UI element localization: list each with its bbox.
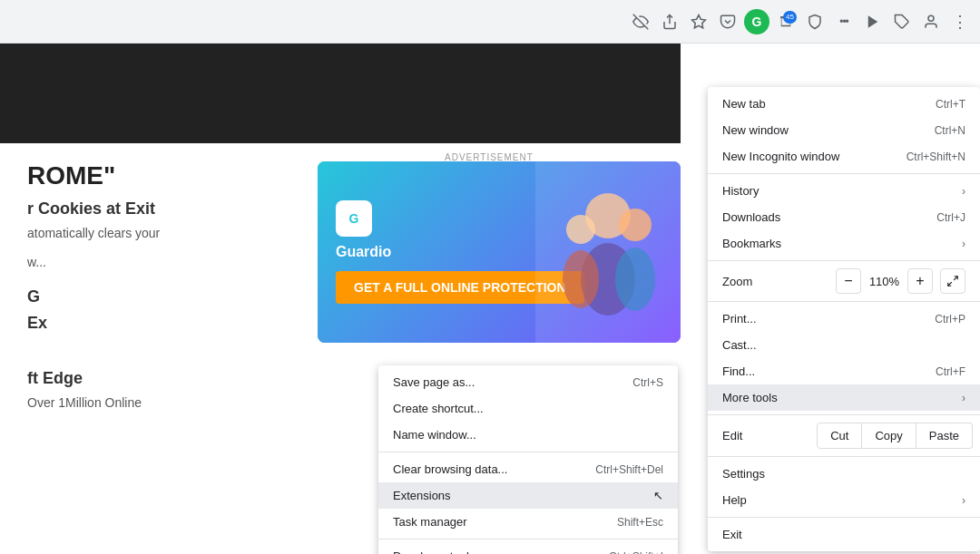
zoom-plus-button[interactable]: + [907,268,933,294]
ad-right-content [535,161,681,343]
menu-new-incognito-shortcut: Ctrl+Shift+N [906,151,965,163]
svg-point-10 [566,215,595,244]
submenu-task-manager-shortcut: Shift+Esc [617,516,663,529]
menu-item-downloads[interactable]: Downloads Ctrl+J [708,204,980,230]
svg-point-11 [563,250,599,308]
submenu-extensions-label: Extensions [393,489,650,502]
menu-new-window-shortcut: Ctrl+N [935,124,965,137]
more-tools-arrow-icon: › [962,392,965,404]
submenu-item-create-shortcut[interactable]: Create shortcut... [378,395,678,422]
menu-item-settings[interactable]: Settings [708,461,980,487]
submenu-item-developer-tools[interactable]: Developer tools Ctrl+Shift+I [378,543,678,554]
menu-divider-2 [708,260,980,261]
menu-help-label: Help [722,493,955,507]
copy-button[interactable]: Copy [862,423,916,449]
svg-point-8 [619,209,652,241]
chrome-main-menu: New tab Ctrl+T New window Ctrl+N New Inc… [708,87,980,551]
menu-history-label: History [722,184,955,198]
profile-icon[interactable] [918,9,944,34]
submenu-item-save-page[interactable]: Save page as... Ctrl+S [378,369,678,395]
shield-icon[interactable] [802,9,828,34]
zoom-minus-button[interactable]: − [836,268,861,294]
ad-banner: G Guardio GET A FULL ONLINE PROTECTION [318,161,681,343]
zoom-value: 110% [868,275,900,288]
grammarly-icon[interactable]: G [744,9,769,34]
menu-new-tab-shortcut: Ctrl+T [936,98,965,111]
menu-new-incognito-label: New Incognito window [722,150,892,163]
bookmarks-arrow-icon: › [962,238,965,250]
page-header-black [0,44,681,143]
menu-new-tab-label: New tab [722,97,921,111]
menu-find-shortcut: Ctrl+F [936,365,965,378]
submenu-name-window-label: Name window... [393,428,663,442]
media-icon[interactable] [860,9,886,34]
cut-button[interactable]: Cut [817,423,862,449]
menu-item-print[interactable]: Print... Ctrl+P [708,306,980,332]
menu-downloads-label: Downloads [722,210,922,224]
menu-cast-label: Cast... [722,338,965,352]
svg-marker-2 [692,15,706,27]
menu-divider-4 [708,414,980,415]
menu-item-new-tab[interactable]: New tab Ctrl+T [708,91,980,117]
menu-item-exit[interactable]: Exit [708,521,980,548]
menu-print-shortcut: Ctrl+P [935,313,965,326]
svg-point-5 [928,15,934,21]
menu-downloads-shortcut: Ctrl+J [936,211,965,224]
ad-brand: Guardio [336,244,391,260]
history-arrow-icon: › [962,185,965,198]
menu-divider-1 [708,173,980,174]
svg-line-12 [954,277,957,280]
menu-item-cast[interactable]: Cast... [708,332,980,358]
menu-item-bookmarks[interactable]: Bookmarks › [708,230,980,257]
chrome-menu-icon[interactable]: ⋮ [947,9,973,34]
svg-marker-3 [868,15,878,28]
menu-item-history[interactable]: History › [708,178,980,204]
zoom-label: Zoom [722,275,828,288]
menu-new-window-label: New window [722,123,920,137]
extension-count-badge: 45 [783,11,797,24]
submenu-item-task-manager[interactable]: Task manager Shift+Esc [378,509,678,535]
eye-off-icon[interactable] [628,9,653,34]
menu-bookmarks-label: Bookmarks [722,237,955,250]
menu-exit-label: Exit [722,528,965,541]
svg-line-13 [948,282,952,286]
zoom-control-row: Zoom − 110% + [708,265,980,297]
help-arrow-icon: › [962,494,965,507]
menu-item-more-tools[interactable]: More tools › [708,384,980,411]
submenu-developer-tools-shortcut: Ctrl+Shift+I [609,550,663,555]
pocket-icon[interactable] [715,9,740,34]
submenu-divider-1 [378,452,678,452]
submenu-divider-2 [378,539,678,539]
menu-divider-5 [708,456,980,457]
bookmark-star-icon[interactable] [686,9,711,34]
svg-point-9 [615,248,655,311]
cursor-icon: ↖ [653,489,663,502]
more-tools-submenu: Save page as... Ctrl+S Create shortcut..… [378,365,678,554]
edit-label: Edit [715,429,817,442]
more-extensions-icon[interactable]: ••• [831,9,857,34]
puzzle-icon[interactable] [889,9,915,34]
submenu-item-name-window[interactable]: Name window... [378,422,678,448]
extension-badge-icon[interactable]: 45 [773,9,799,34]
submenu-save-page-shortcut: Ctrl+S [632,376,663,389]
menu-divider-3 [708,301,980,302]
menu-item-new-incognito[interactable]: New Incognito window Ctrl+Shift+N [708,143,980,170]
ad-logo: G [336,200,372,237]
menu-item-find[interactable]: Find... Ctrl+F [708,358,980,384]
submenu-clear-browsing-label: Clear browsing data... [393,462,581,476]
browser-toolbar: G 45 ••• ⋮ [0,0,980,44]
menu-settings-label: Settings [722,467,965,481]
paste-button[interactable]: Paste [916,423,973,449]
share-icon[interactable] [657,9,682,34]
menu-more-tools-label: More tools [722,391,955,404]
page-content: ROME" r Cookies at Exit atomatically cle… [0,44,980,554]
menu-item-help[interactable]: Help › [708,487,980,513]
menu-find-label: Find... [722,364,921,378]
submenu-item-clear-browsing[interactable]: Clear browsing data... Ctrl+Shift+Del [378,456,678,482]
menu-item-new-window[interactable]: New window Ctrl+N [708,117,980,143]
zoom-fullscreen-button[interactable] [940,268,965,294]
menu-print-label: Print... [722,312,920,326]
submenu-item-extensions[interactable]: Extensions ↖ [378,482,678,509]
edit-control-row: Edit Cut Copy Paste [708,419,980,452]
submenu-save-page-label: Save page as... [393,375,618,389]
